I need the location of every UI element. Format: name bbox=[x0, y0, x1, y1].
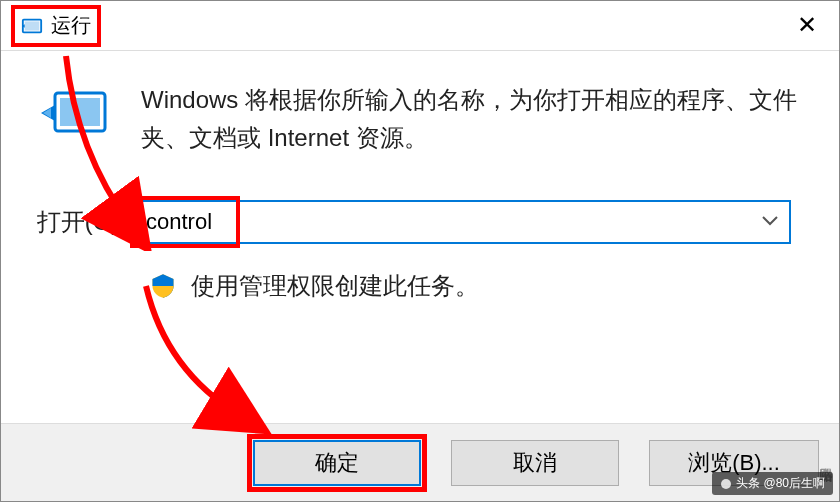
ok-button[interactable]: 确定 bbox=[253, 440, 421, 486]
close-button[interactable]: ✕ bbox=[787, 9, 827, 41]
watermark-icon bbox=[720, 478, 732, 490]
titlebar-content: 运行 bbox=[11, 5, 101, 47]
run-icon-large bbox=[41, 85, 111, 140]
svg-rect-1 bbox=[25, 21, 40, 30]
svg-point-4 bbox=[721, 479, 731, 489]
dialog-body: Windows 将根据你所输入的名称，为你打开相应的程序、文件夹、文档或 Int… bbox=[1, 51, 839, 302]
run-icon bbox=[21, 15, 43, 37]
cancel-button[interactable]: 取消 bbox=[451, 440, 619, 486]
description-text: Windows 将根据你所输入的名称，为你打开相应的程序、文件夹、文档或 Int… bbox=[141, 81, 819, 158]
close-icon: ✕ bbox=[797, 11, 817, 39]
run-dialog: 运行 ✕ Windows 将根据你所输入的名称，为你打开相应的程序、文件夹、文档… bbox=[0, 0, 840, 502]
ok-button-wrapper: 确定 bbox=[253, 440, 421, 486]
shield-icon bbox=[149, 272, 177, 300]
titlebar: 运行 ✕ bbox=[1, 1, 839, 51]
admin-note-text: 使用管理权限创建此任务。 bbox=[191, 270, 479, 302]
description-row: Windows 将根据你所输入的名称，为你打开相应的程序、文件夹、文档或 Int… bbox=[21, 81, 819, 158]
annotation-arrow-2 bbox=[136, 281, 296, 441]
watermark-side: 路由器 bbox=[813, 453, 839, 461]
watermark-text: 头条 @80后生啊 bbox=[736, 475, 825, 492]
watermark: 头条 @80后生啊 bbox=[712, 472, 833, 495]
dialog-title: 运行 bbox=[51, 12, 91, 39]
svg-rect-3 bbox=[60, 98, 100, 126]
open-combobox[interactable] bbox=[134, 200, 791, 244]
open-label: 打开(O): bbox=[21, 206, 126, 238]
open-row: 打开(O): bbox=[21, 200, 819, 244]
admin-note-row: 使用管理权限创建此任务。 bbox=[21, 270, 819, 302]
open-input[interactable] bbox=[134, 200, 791, 244]
